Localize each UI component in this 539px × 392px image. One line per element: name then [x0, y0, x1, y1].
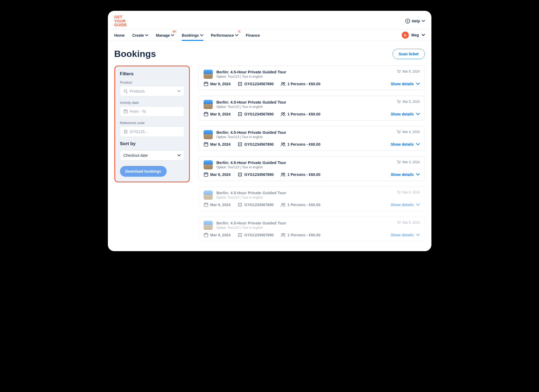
show-details-label: Show details — [391, 82, 414, 86]
calendar-icon — [204, 81, 208, 86]
cart-icon — [397, 190, 401, 194]
user-menu[interactable]: G Meg — [402, 32, 425, 39]
booking-head-text: Berlin: 4.5-Hour Private Guided Tour Opt… — [217, 190, 420, 200]
booking-date-text: Mar 9, 2024 — [210, 203, 231, 207]
booking-card: Berlin: 4.5-Hour Private Guided Tour Opt… — [198, 156, 425, 181]
booking-reference-text: GYG1234567890 — [244, 172, 274, 177]
show-details-link[interactable]: Show details — [391, 112, 420, 116]
booking-date: Mar 9, 2024 — [204, 81, 231, 86]
booking-meta-row: Mar 9, 2024 GYG1234567890 1 Persons - €6… — [204, 142, 420, 147]
filters-panel: Filters Product Products Activity date F… — [114, 66, 190, 182]
booking-head-text: Berlin: 4.5-Hour Private Guided Tour Opt… — [217, 130, 420, 139]
nav-item-create[interactable]: Create — [132, 29, 148, 41]
booking-pax: 1 Persons - €60.00 — [281, 81, 320, 86]
product-select[interactable]: Products — [120, 86, 184, 96]
booking-reference: GYG1234567890 — [238, 202, 274, 207]
booking-subtitle: Option: Tour123 | Tour in english — [217, 165, 420, 169]
chevron-down-icon — [171, 34, 174, 37]
help-icon — [405, 19, 410, 23]
booking-date-text: Mar 9, 2024 — [210, 233, 231, 237]
sort-by-select[interactable]: Checkout date — [120, 150, 184, 161]
nav-item-performance[interactable]: Performance7 — [211, 29, 238, 41]
show-details-link[interactable]: Show details — [391, 233, 420, 237]
booking-head-text: Berlin: 4.5-Hour Private Guided Tour Opt… — [217, 100, 420, 109]
show-details-label: Show details — [391, 112, 414, 116]
activity-date-input[interactable]: From - To — [120, 106, 184, 117]
show-details-link[interactable]: Show details — [391, 142, 420, 146]
booking-pax-text: 1 Persons - €60.00 — [287, 82, 320, 86]
show-details-link[interactable]: Show details — [391, 203, 420, 207]
show-details-label: Show details — [391, 203, 414, 207]
booking-date-text: Mar 9, 2024 — [210, 142, 231, 146]
nav-item-home[interactable]: Home — [114, 29, 125, 41]
booking-subtitle: Option: Tour123 | Tour in english — [217, 196, 420, 199]
booking-date: Mar 9, 2024 — [204, 172, 231, 177]
users-icon — [281, 202, 286, 207]
booking-meta-row: Mar 9, 2024 GYG1234567890 1 Persons - €6… — [204, 112, 420, 117]
booking-card: Berlin: 4.5-Hour Private Guided Tour Opt… — [198, 217, 425, 241]
show-details-link[interactable]: Show details — [391, 172, 420, 177]
activity-date-label: Activity date — [120, 101, 184, 105]
booking-reference-text: GYG1234567890 — [244, 233, 274, 237]
ticket-icon — [238, 112, 242, 117]
booking-date: Mar 9, 2024 — [204, 202, 231, 207]
checkout-date-text: Mar 5, 2024 — [402, 100, 420, 104]
ticket-icon — [238, 81, 242, 86]
booking-card: Berlin: 4.5-Hour Private Guided Tour Opt… — [198, 66, 425, 90]
cart-icon — [397, 160, 401, 164]
booking-thumbnail — [204, 100, 213, 109]
booking-meta-row: Mar 9, 2024 GYG1234567890 1 Persons - €6… — [204, 81, 420, 86]
topbar: GET YOUR GUIDE Help — [108, 11, 431, 29]
booking-checkout-date: Mar 6, 2024 — [397, 190, 420, 194]
download-bookings-button[interactable]: Download bookings — [120, 166, 167, 177]
booking-reference: GYG1234567890 — [238, 112, 274, 117]
page-title: Bookings — [114, 49, 156, 59]
show-details-link[interactable]: Show details — [391, 82, 420, 86]
nav-item-manage[interactable]: Manage9+ — [156, 29, 174, 41]
chevron-down-icon — [422, 33, 425, 37]
avatar: G — [402, 32, 409, 39]
ticket-icon — [238, 172, 242, 177]
main-layout: Filters Product Products Activity date F… — [114, 66, 425, 241]
booking-pax-text: 1 Persons - €60.00 — [287, 172, 320, 177]
show-details-label: Show details — [391, 142, 414, 146]
booking-head-text: Berlin: 4.5-Hour Private Guided Tour Opt… — [217, 221, 420, 230]
booking-checkout-date: Mar 3, 2024 — [397, 160, 420, 164]
booking-meta-row: Mar 9, 2024 GYG1234567890 1 Persons - €6… — [204, 202, 420, 207]
calendar-icon — [204, 233, 208, 237]
nav-item-bookings[interactable]: Bookings — [182, 29, 203, 41]
brand-line1: GET — [114, 15, 127, 19]
help-menu[interactable]: Help — [405, 19, 425, 23]
reference-code-label: Reference code — [120, 121, 184, 125]
booking-title: Berlin: 4.5-Hour Private Guided Tour — [217, 100, 420, 104]
brand-logo[interactable]: GET YOUR GUIDE — [114, 15, 127, 27]
booking-head-text: Berlin: 4.5-Hour Private Guided Tour Opt… — [217, 160, 420, 169]
product-label: Product — [120, 80, 184, 84]
booking-checkout-date: Mar 6, 2024 — [397, 221, 420, 224]
scan-ticket-button[interactable]: Scan ticket — [393, 49, 425, 59]
nav-item-label: Performance — [211, 33, 234, 38]
booking-title: Berlin: 4.5-Hour Private Guided Tour — [217, 160, 420, 165]
booking-checkout-date: Mar 5, 2024 — [397, 100, 420, 104]
booking-meta-row: Mar 9, 2024 GYG1234567890 1 Persons - €6… — [204, 172, 420, 177]
checkout-date-text: Mar 4, 2024 — [402, 130, 420, 134]
cart-icon — [397, 130, 401, 134]
brand-line2: YOUR — [114, 19, 127, 23]
chevron-down-icon — [416, 142, 420, 146]
booking-card-header: Berlin: 4.5-Hour Private Guided Tour Opt… — [204, 160, 420, 169]
booking-pax-text: 1 Persons - €60.00 — [287, 203, 320, 207]
product-placeholder: Products — [130, 89, 145, 93]
chevron-down-icon — [416, 82, 420, 86]
reference-code-input[interactable]: GYG123... — [120, 127, 184, 137]
booking-card: Berlin: 4.5-Hour Private Guided Tour Opt… — [198, 186, 425, 211]
checkout-date-text: Mar 6, 2024 — [402, 221, 420, 224]
booking-card-header: Berlin: 4.5-Hour Private Guided Tour Opt… — [204, 130, 420, 139]
app-window: GET YOUR GUIDE Help HomeCreateManage9+Bo… — [108, 11, 431, 251]
nav-item-finance[interactable]: Finance — [246, 29, 260, 41]
nav-item-label: Finance — [246, 33, 260, 38]
cart-icon — [397, 100, 401, 104]
booking-card-header: Berlin: 4.5-Hour Private Guided Tour Opt… — [204, 190, 420, 200]
booking-title: Berlin: 4.5-Hour Private Guided Tour — [217, 221, 420, 225]
calendar-icon — [204, 172, 208, 177]
calendar-icon — [123, 109, 128, 114]
